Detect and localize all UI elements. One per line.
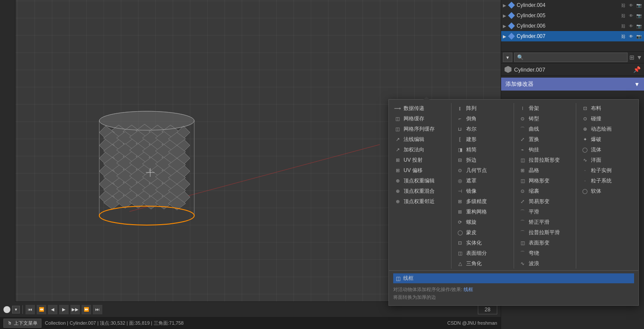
obj-type-icon [508, 2, 515, 9]
shrinkwrap-item[interactable]: ⊙ 缩裹 [518, 186, 573, 196]
hook-item[interactable]: ⌁ 钩挂 [518, 144, 573, 155]
link-btn[interactable]: ⛓ [620, 33, 627, 40]
mesh-deform-item[interactable]: ◫ 网格形变 [518, 175, 573, 186]
cloth-item[interactable]: ⊡ 布料 [580, 103, 635, 113]
skin-item[interactable]: ◯ 蒙皮 [455, 227, 510, 238]
obj-list-item[interactable]: ▶ Cylinder.006 ⛓ 👁 📷 [501, 21, 644, 31]
armature-item[interactable]: ⁞ 骨架 [518, 103, 573, 113]
prev-key-btn[interactable]: ⏪ [37, 305, 46, 314]
dynamic-paint-item[interactable]: ⊕ 动态绘画 [580, 124, 635, 134]
laplacian-def-item[interactable]: ◫ 拉普拉斯形变 [518, 155, 573, 165]
dropdown-btn[interactable]: ▼ [12, 306, 20, 313]
link-btn[interactable]: ⛓ [620, 12, 627, 19]
expand-icon: ▶ [503, 24, 506, 28]
render-visibility-btn[interactable]: 📷 [635, 2, 642, 9]
simple-deform-item[interactable]: ⤢ 简易形变 [518, 196, 573, 207]
visibility-btn[interactable]: 👁 [628, 2, 635, 9]
vertex-weight-edit-item[interactable]: ⊕ 顶点权重编辑 [392, 175, 448, 186]
context-menu-btn[interactable]: 🖱 上下文菜单 [3, 319, 41, 328]
search-input[interactable] [514, 53, 628, 62]
obj-list-item-active[interactable]: ▶ Cylinder.007 ⛓ 👁 📷 [501, 31, 644, 41]
data-transfer-icon: ⟿ [394, 105, 401, 112]
uv-project-icon: ⊞ [394, 157, 401, 163]
particle-system-item[interactable]: · 粒子系统 [580, 175, 635, 186]
obj-list-item[interactable]: ▶ Cylinder.004 ⛓ 👁 📷 [501, 0, 644, 10]
collision-item[interactable]: ⊙ 碰撞 [580, 113, 635, 124]
vertex-weight-mix-item[interactable]: ⊕ 顶点权重混合 [392, 186, 448, 196]
play-btn[interactable]: ▶ [59, 305, 69, 314]
displace-item[interactable]: ⤢ 置换 [518, 134, 573, 144]
visibility-btn[interactable]: 👁 [628, 22, 635, 29]
wireframe-highlighted[interactable]: ◫ 线框 [393, 273, 634, 283]
cast-item[interactable]: ⊙ 铸型 [518, 113, 573, 124]
mask-item[interactable]: ◎ 遮罩 [455, 175, 510, 186]
next-key-btn[interactable]: ⏩ [82, 305, 91, 314]
render-visibility-btn[interactable]: 📷 [635, 22, 642, 29]
options-btn[interactable]: ▼ [636, 54, 642, 61]
particle-instance-icon: · [581, 167, 588, 174]
pin-btn[interactable]: 📌 [633, 66, 641, 73]
geo-nodes-item[interactable]: ⊙ 几何节点 [455, 165, 510, 175]
visibility-btn[interactable]: 👁 [628, 12, 635, 19]
next-frame-btn[interactable]: ▶▶ [70, 305, 80, 314]
laplacian-smooth-item[interactable]: ⌒ 拉普拉斯平滑 [518, 227, 573, 238]
corrective-smooth-item[interactable]: ⌒ 矫正平滑 [518, 217, 573, 227]
bevel-item[interactable]: ⌐ 倒角 [455, 113, 510, 124]
explode-item[interactable]: ✦ 爆破 [580, 134, 635, 144]
add-modifier-btn[interactable]: 添加修改器 ▼ [501, 78, 644, 91]
boolean-item[interactable]: ⊔ 布尔 [455, 124, 510, 134]
expand-icon: ▶ [503, 3, 506, 8]
filter-btn[interactable]: ▼ [503, 53, 512, 62]
prev-frame-btn[interactable]: ◀ [48, 305, 57, 314]
render-visibility-btn[interactable]: 📷 [635, 12, 642, 19]
edge-split-icon: ⊟ [457, 157, 464, 163]
footer-link[interactable]: 线框 [464, 287, 473, 292]
soft-body-item[interactable]: ◯ 软体 [580, 186, 635, 196]
corrective-smooth-icon: ⌒ [519, 219, 526, 226]
build-icon: ⟦ [457, 136, 464, 143]
surface-deform-item[interactable]: ◫ 表面形变 [518, 238, 573, 248]
expand-all-btn[interactable]: ⊞ [629, 54, 635, 61]
build-item[interactable]: ⟦ 建形 [455, 134, 510, 144]
obj-list-item[interactable]: ▶ Cylinder.005 ⛓ 👁 📷 [501, 10, 644, 21]
status-info: Collection | Cylinder.007 | 顶点:30,532 | … [45, 320, 183, 326]
subsurf-item[interactable]: ◫ 表面细分 [455, 248, 510, 258]
triangulate-item[interactable]: △ 三角化 [455, 258, 510, 269]
array-item[interactable]: ⫿ 阵列 [455, 103, 510, 113]
normal-edit-item[interactable]: ↗ 法线编辑 [392, 134, 448, 144]
decimate-item[interactable]: ◨ 精简 [455, 144, 510, 155]
ocean-item[interactable]: ∿ 洋面 [580, 155, 635, 165]
mirror-icon: ⊣ [457, 188, 464, 194]
mesh-cache-item[interactable]: ◫ 网格缓存 [392, 113, 448, 124]
lattice-item[interactable]: ⊞ 晶格 [518, 165, 573, 175]
data-transfer-item[interactable]: ⟿ 数据传递 [392, 103, 448, 113]
render-visibility-btn[interactable]: 📷 [635, 33, 642, 40]
edge-split-item[interactable]: ⊟ 拆边 [455, 155, 510, 165]
curve-item[interactable]: ⌒ 曲线 [518, 124, 573, 134]
expand-icon: ▶ [503, 34, 506, 39]
vertex-weight-prox-item[interactable]: ⊕ 顶点权重邻近 [392, 196, 448, 207]
uv-project-item[interactable]: ⊞ UV 投射 [392, 155, 448, 165]
dropdown-arrow [423, 97, 429, 100]
go-to-start-btn[interactable]: ⏮ [25, 305, 35, 314]
wave-item[interactable]: ∿ 波浪 [518, 258, 573, 269]
physics-column: ⊡ 布料 ⊙ 碰撞 ⊕ 动态绘画 ✦ 爆破 ◯ 流体 ∿ 洋面 [576, 103, 638, 269]
fluid-item[interactable]: ◯ 流体 [580, 144, 635, 155]
link-btn[interactable]: ⛓ [620, 22, 627, 29]
uv-warp-item[interactable]: ⊞ UV 偏移 [392, 165, 448, 175]
mesh-seq-cache-item[interactable]: ◫ 网格序列缓存 [392, 124, 448, 134]
go-to-end-btn[interactable]: ⏭ [93, 305, 102, 314]
frame-input[interactable]: 28 [478, 305, 497, 314]
solidify-item[interactable]: ⊡ 实体化 [455, 238, 510, 248]
smooth-item[interactable]: ⌒ 平滑 [518, 207, 573, 217]
mirror-item[interactable]: ⊣ 镜像 [455, 186, 510, 196]
weighted-normal-item[interactable]: ↗ 加权法向 [392, 144, 448, 155]
visibility-btn[interactable]: 👁 [628, 33, 635, 40]
multires-item[interactable]: ⊞ 多级精度 [455, 196, 510, 207]
warp-item[interactable]: ⌒ 弯绕 [518, 248, 573, 258]
remesh-item[interactable]: ⊞ 重构网格 [455, 207, 510, 217]
link-btn[interactable]: ⛓ [620, 2, 627, 9]
particle-instance-item[interactable]: · 粒子实例 [580, 165, 635, 175]
screw-item[interactable]: ⟳ 螺旋 [455, 217, 510, 227]
playback-dot[interactable] [3, 306, 10, 313]
